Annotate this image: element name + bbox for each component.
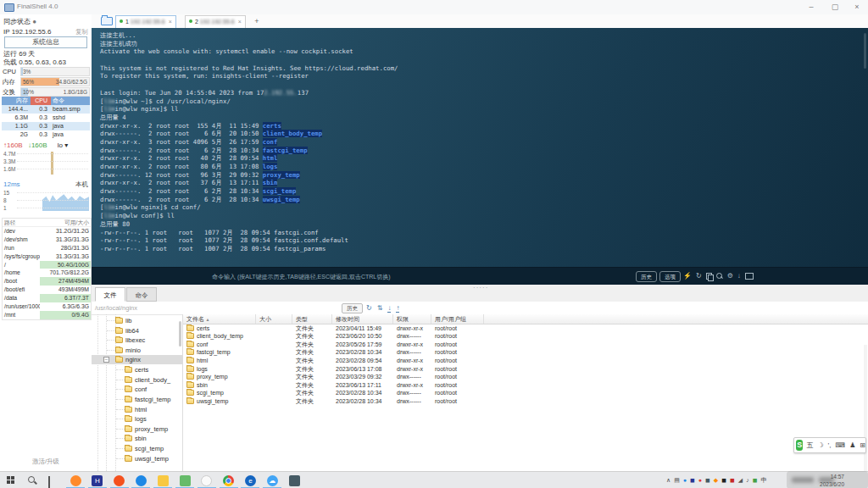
tree-item-html[interactable]: html — [92, 405, 182, 414]
gear-icon[interactable]: ⚙ — [727, 271, 733, 281]
app-blue-taskbar-button[interactable] — [131, 474, 151, 487]
disk-row[interactable]: /dev/shm31.3G/31.3G — [3, 236, 91, 244]
disk-col-size[interactable]: 可用/大小 — [40, 219, 91, 226]
moon-icon[interactable]: ☽ — [817, 441, 823, 449]
app-white-taskbar-button[interactable] — [197, 474, 217, 487]
file-row-certs[interactable]: certs文件夹2023/04/11 15:49drwxr-xr-xroot/r… — [183, 324, 868, 333]
search-icon[interactable] — [716, 273, 723, 280]
file-explorer-taskbar-button[interactable] — [153, 474, 173, 487]
tree-item-client_body_[interactable]: client_body_ — [92, 375, 182, 385]
file-header-0[interactable]: 文件名 ▲ — [183, 314, 256, 324]
tree-item-lib[interactable]: lib — [92, 316, 182, 325]
dark-app-icon[interactable]: ◼ — [705, 474, 710, 487]
path-input[interactable]: /usr/local/nginx — [95, 304, 137, 312]
system-info-button[interactable]: 系统信息 — [4, 36, 87, 48]
chrome-taskbar-button[interactable] — [219, 474, 239, 487]
file-row-logs[interactable]: logs文件夹2023/06/13 17:08drwxr-xr-xroot/ro… — [183, 365, 868, 374]
volume-icon[interactable]: ♪ — [746, 474, 749, 487]
download-icon[interactable]: ↓ — [387, 304, 391, 313]
process-table-header[interactable]: 内存CPU命令 — [2, 97, 90, 105]
options-button[interactable]: 选项 — [659, 271, 681, 282]
refresh-icon[interactable]: ↻ — [366, 303, 372, 313]
process-row[interactable]: 2G0.3java — [2, 130, 90, 139]
lightning-icon[interactable]: ⚡ — [683, 271, 692, 281]
ime-icon[interactable]: 中 — [761, 474, 767, 487]
proc-header-1[interactable]: CPU — [31, 97, 51, 105]
tab-file[interactable]: 文件 — [95, 287, 125, 302]
session-tab-2[interactable]: 2 192.192.55.6× — [185, 15, 246, 29]
file-row-fastcgi_temp[interactable]: fastcgi_temp文件夹2023/02/28 10:34drwx-----… — [183, 348, 868, 357]
upload-icon[interactable]: ↑ — [396, 304, 399, 313]
keyboard-icon[interactable]: ⌨ — [836, 441, 846, 449]
tab1-close-icon[interactable]: × — [169, 19, 172, 25]
command-input-hint[interactable]: 命令输入 (按ALT键提示历史,TAB键路径,ESC键返回,双击CTRL切换) — [212, 273, 391, 281]
tab-command[interactable]: 命令 — [126, 287, 157, 302]
tree-item-certs[interactable]: certs — [92, 365, 182, 374]
minimize-button[interactable]: – — [802, 1, 821, 13]
disk-row[interactable]: /home701.7G/812.2G — [3, 269, 91, 277]
disk-row[interactable]: /data6.3T/7.3T — [3, 294, 91, 302]
paste-icon[interactable] — [706, 273, 712, 280]
disk-row[interactable]: /run28G/31.3G — [3, 244, 91, 252]
punctuation-icon[interactable]: ’, — [828, 441, 832, 449]
file-header-3[interactable]: 修改时间 — [332, 314, 393, 324]
connections-folder-icon[interactable] — [101, 17, 113, 25]
file-row-client_body_temp[interactable]: client_body_temp文件夹2023/06/20 10:50drwx-… — [183, 332, 868, 341]
wubi-mode[interactable]: 五 — [806, 441, 813, 450]
toolbox-icon[interactable]: ⊞ — [860, 441, 865, 449]
window-icon[interactable] — [745, 273, 754, 280]
red-dot-icon[interactable]: ● — [698, 474, 702, 487]
splitter-handle[interactable]: ····· — [473, 284, 488, 291]
download-icon[interactable]: ↓ — [737, 271, 741, 281]
tree-item-sbin[interactable]: sbin — [92, 434, 182, 443]
flame-icon[interactable]: ◆ — [714, 474, 718, 487]
blue-dot-icon[interactable]: ● — [683, 474, 687, 487]
activate-upgrade-link[interactable]: 激活/升级 — [0, 458, 92, 466]
path-history-button[interactable]: 历史 — [342, 303, 363, 313]
tree-item-proxy_temp[interactable]: proxy_temp — [92, 424, 182, 434]
app-orange-taskbar-button[interactable] — [109, 474, 130, 487]
grid-icon[interactable]: ▤ — [674, 474, 680, 487]
file-row-uwsgi_temp[interactable]: uwsgi_temp文件夹2023/02/28 10:34drwx------r… — [183, 397, 868, 406]
proc-header-0[interactable]: 内存 — [2, 97, 31, 105]
file-header-4[interactable]: 权限 — [393, 314, 431, 324]
tab2-close-icon[interactable]: × — [238, 19, 242, 25]
file-row-html[interactable]: html文件夹2023/02/28 09:54drwxr-xr-xroot/ro… — [183, 357, 868, 365]
file-header-1[interactable]: 大小 — [256, 314, 292, 324]
start-button[interactable] — [2, 474, 22, 487]
process-row[interactable]: 144.4...0.3beam.smp — [2, 105, 90, 114]
tree-item-lib64[interactable]: lib64 — [92, 326, 182, 336]
edge-taskbar-button[interactable]: e — [240, 474, 260, 487]
disk-row[interactable]: /run/user/10006.3G/6.3G — [3, 302, 91, 311]
sync-icon[interactable]: ↻ — [696, 271, 702, 281]
tree-vertical-scrollbar[interactable] — [179, 321, 181, 347]
new-tab-button[interactable]: + — [251, 15, 263, 27]
process-row[interactable]: 1.1G0.3java — [2, 122, 90, 130]
process-row[interactable]: 6.3M0.3sshd — [2, 114, 90, 122]
app-dark-taskbar-button[interactable] — [284, 474, 304, 487]
file-row-sbin[interactable]: sbin文件夹2023/06/13 17:11drwxr-xr-xroot/ro… — [183, 381, 868, 390]
iface-select[interactable]: lo ▾ — [58, 141, 68, 149]
network-icon[interactable]: ◢ — [738, 474, 743, 487]
terminal-area[interactable]: 连接主机...连接主机成功Activate the web console wi… — [92, 28, 868, 267]
tree-item-conf[interactable]: conf — [92, 385, 182, 394]
copy-ip-link[interactable]: 复制 — [75, 28, 88, 36]
taskbar-search-button[interactable] — [22, 474, 42, 487]
terminal-scrollbar[interactable] — [864, 33, 866, 69]
tree-item-nginx[interactable]: –nginx — [92, 355, 182, 364]
black-app-icon[interactable]: ◼ — [721, 474, 726, 487]
history-button[interactable]: 历史 — [636, 271, 657, 282]
app-navy-taskbar-button[interactable]: H — [87, 474, 108, 487]
disk-table-header[interactable]: 路径 可用/大小 — [3, 219, 91, 227]
tree-item-scgi_temp[interactable]: scgi_temp — [92, 444, 182, 453]
proc-header-2[interactable]: 命令 — [51, 97, 90, 105]
file-header-2[interactable]: 类型 — [292, 314, 332, 324]
file-row-conf[interactable]: conf文件夹2023/05/26 17:59drwxr-xr-xroot/ro… — [183, 341, 868, 349]
file-table-scrollbar[interactable] — [864, 345, 867, 488]
navy-app-icon[interactable]: ◼ — [690, 474, 695, 487]
tree-item-libexec[interactable]: libexec — [92, 336, 182, 345]
file-header-5[interactable]: 用户/用户组 — [431, 314, 484, 324]
disk-row[interactable]: /dev31.2G/31.2G — [3, 227, 91, 236]
disk-row[interactable]: /mnt0/9.4G — [3, 311, 91, 319]
transfer-icon[interactable]: ⇅ — [377, 303, 383, 313]
